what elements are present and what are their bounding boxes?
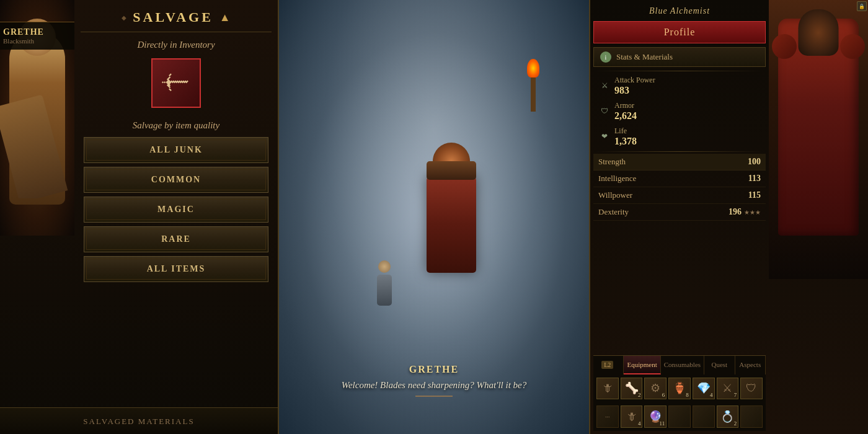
willpower-row: Willpower 115 <box>593 187 766 204</box>
scene-elements: GRETHE Welcome! Blades need sharpening? … <box>279 0 589 434</box>
inv-slot-7[interactable]: 🛡 <box>740 378 763 400</box>
attack-power-row: ⚔ Attack Power 983 🔒 <box>593 73 766 99</box>
strength-value: 100 <box>748 157 761 167</box>
intelligence-label: Intelligence <box>598 174 636 184</box>
dialogue-box: GRETHE Welcome! Blades need sharpening? … <box>310 364 558 397</box>
salvage-header: ◆ SALVAGE ▲ <box>81 0 272 32</box>
section-divider-2 <box>596 151 763 152</box>
inv-slot-12[interactable] <box>693 405 715 428</box>
inv-slot-4[interactable]: 🏺 8 <box>668 378 691 400</box>
salvage-content: ◆ SALVAGE ▲ Directly in Inventory ⛏ Salv… <box>74 0 278 407</box>
attack-power-icon: ⚔ <box>598 80 611 92</box>
inv-slot-8[interactable]: ··· <box>596 405 619 428</box>
tab-quest[interactable]: Quest <box>704 356 735 374</box>
tab-aspects[interactable]: Aspects <box>735 356 766 374</box>
life-value: 1,378 <box>614 136 761 147</box>
profile-button[interactable]: Profile <box>593 21 766 43</box>
intelligence-row: Intelligence 113 <box>593 170 766 187</box>
inv-item-2: 🦴 <box>625 381 639 395</box>
inv-count-9: 4 <box>638 420 641 427</box>
inv-slot-2[interactable]: 🦴 2 <box>621 378 643 400</box>
armor-label: Armor <box>614 101 761 110</box>
inv-slot-5[interactable]: 💎 4 <box>693 378 715 400</box>
small-figure <box>372 260 397 310</box>
inv-item-3: ⚙ <box>650 381 660 395</box>
tab-level[interactable]: L2 <box>593 356 624 374</box>
inv-slot-11[interactable] <box>668 405 691 428</box>
char-pauldron-left <box>772 34 797 59</box>
quality-label: Salvage by item quality <box>81 117 272 137</box>
npc-title: Blacksmith <box>3 37 71 45</box>
inv-slot-9[interactable]: 🗡 4 <box>621 405 643 428</box>
char-bg-gradient <box>769 0 868 279</box>
willpower-label: Willpower <box>598 190 632 200</box>
pickaxe-icon: ⛏ <box>159 66 193 100</box>
stats-materials-button[interactable]: i Stats & Materials 🔒 <box>593 47 766 67</box>
inv-count-6: 7 <box>734 392 737 398</box>
dialogue-line <box>415 396 453 397</box>
inv-count-10: 11 <box>659 420 665 427</box>
stats-materials-icon: i <box>600 51 611 63</box>
char-armor-plate <box>778 19 859 236</box>
all-junk-button[interactable]: ALL JUNK <box>84 137 268 163</box>
char-head-plate <box>799 9 839 56</box>
arrow-icon: ▲ <box>219 11 231 24</box>
inv-item-4: 🏺 <box>673 381 686 395</box>
character-portrait-right <box>769 0 868 279</box>
inv-count-3: 6 <box>662 392 665 398</box>
salvage-panel: GRETHE Blacksmith ◆ SALVAGE ▲ Directly i… <box>0 0 279 434</box>
attack-power-info: Attack Power 983 <box>614 76 761 96</box>
intelligence-value: 113 <box>748 174 761 184</box>
inv-slot-3[interactable]: ⚙ 6 <box>644 378 666 400</box>
char-pauldron-right <box>840 34 865 59</box>
willpower-left: Willpower <box>598 190 632 200</box>
dexterity-value: 196 <box>728 207 742 217</box>
inv-slot-10[interactable]: 🔮 11 <box>644 405 666 428</box>
inv-item-9: 🗡 <box>626 410 637 423</box>
bottom-tabs: L2 Equipment Consumables Quest Aspects <box>593 355 766 374</box>
salvaged-materials-bar: SALVAGED MATERIALS <box>0 407 278 434</box>
inv-count-5: 4 <box>710 392 713 398</box>
inv-item-6: ⚔ <box>722 381 732 395</box>
inv-slot-6[interactable]: ⚔ 7 <box>717 378 739 400</box>
inv-item-13: 💍 <box>720 410 734 423</box>
tab-consumables[interactable]: Consumables <box>661 356 704 374</box>
life-icon: ❤ <box>598 131 611 143</box>
inv-item-5: 💎 <box>697 381 711 395</box>
npc-name-plate: GRETHE Blacksmith <box>0 22 74 50</box>
inv-slot-1[interactable]: 🗡 <box>596 378 619 400</box>
torch <box>527 62 539 112</box>
tab-equipment[interactable]: Equipment <box>624 356 660 374</box>
inventory-grid-2: ··· 🗡 4 🔮 11 💍 2 <box>593 402 766 431</box>
section-divider-1 <box>596 71 763 71</box>
inv-item-7: 🛡 <box>746 382 757 395</box>
ornament-left: ◆ <box>122 14 126 21</box>
npc-portrait: GRETHE Blacksmith <box>0 0 74 236</box>
life-row: ❤ Life 1,378 🔒 <box>593 124 766 149</box>
armor-info: Armor 2,624 <box>614 101 761 122</box>
inv-slot-14[interactable] <box>740 405 763 428</box>
stats-materials-label: Stats & Materials <box>616 52 673 62</box>
life-info: Life 1,378 <box>614 126 761 147</box>
quality-buttons: ALL JUNK COMMON MAGIC RARE ALL ITEMS <box>81 137 272 282</box>
magic-button[interactable]: MAGIC <box>84 197 268 223</box>
strength-left: Strength <box>598 157 626 167</box>
inv-count-4: 8 <box>686 392 689 398</box>
dialogue-speaker: GRETHE <box>310 364 558 375</box>
right-panel: Blue Alchemist Profile i Stats & Materia… <box>589 0 868 434</box>
inv-slot-13[interactable]: 💍 2 <box>717 405 739 428</box>
inv-count-2: 2 <box>638 392 641 398</box>
strength-row: Strength 100 <box>593 154 766 170</box>
all-items-button[interactable]: ALL ITEMS <box>84 256 268 282</box>
npc-tool-area <box>0 74 74 198</box>
small-head <box>378 260 391 273</box>
salvage-icon-box: ⛏ <box>81 55 272 117</box>
inv-item-1: 🗡 <box>602 382 613 395</box>
npc-name: GRETHE <box>3 27 71 37</box>
common-button[interactable]: COMMON <box>84 167 268 193</box>
warrior-body <box>427 174 476 273</box>
rare-button[interactable]: RARE <box>84 226 268 252</box>
life-label: Life <box>614 126 761 136</box>
directly-label: Directly in Inventory <box>81 32 272 55</box>
tab-level-badge: L2 <box>601 361 613 369</box>
